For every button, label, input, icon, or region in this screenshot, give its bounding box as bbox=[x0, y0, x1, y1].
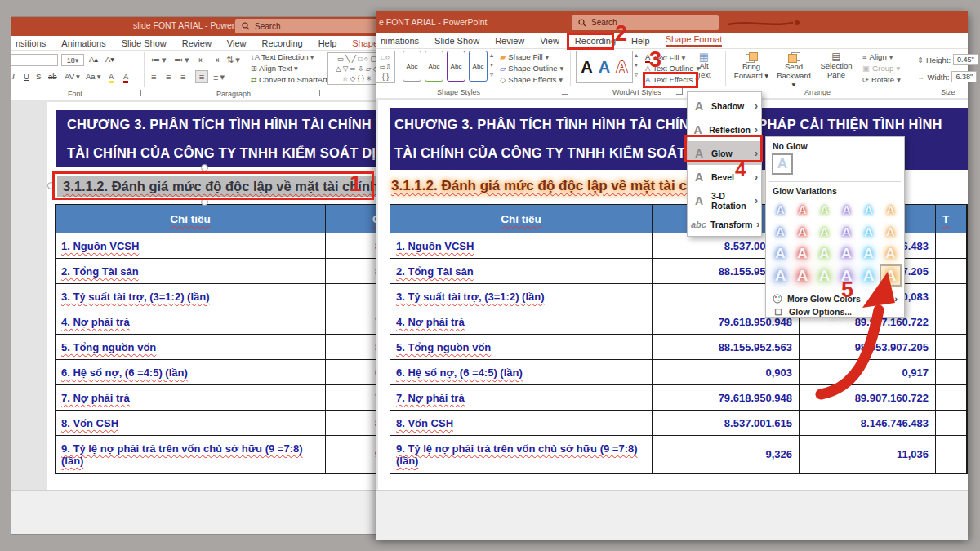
shape-styles-dialog-launcher[interactable] bbox=[562, 88, 568, 95]
right-subtitle-text[interactable]: 3.1.1.2. Đánh giá mức độ độc lập về mặt … bbox=[391, 178, 716, 194]
menu-item-glow[interactable]: AGlow› bbox=[688, 141, 761, 165]
subscript-button[interactable]: ab bbox=[48, 72, 57, 81]
glow-variation-option[interactable]: A bbox=[791, 220, 813, 242]
font-size-combo[interactable]: 18 ▾ bbox=[61, 54, 84, 66]
glow-variation-option[interactable]: A bbox=[835, 198, 858, 220]
glow-variation-option[interactable]: A bbox=[880, 220, 902, 242]
menu-item-bevel[interactable]: ABevel› bbox=[688, 165, 761, 189]
menu-item-shadow[interactable]: AShadow› bbox=[688, 94, 761, 118]
menu-item-3-d-rotation[interactable]: A3-D Rotation› bbox=[688, 189, 761, 212]
menu-item-reflection[interactable]: AReflection› bbox=[688, 118, 761, 141]
glow-variation-option[interactable]: A bbox=[835, 242, 858, 264]
glow-variation-option[interactable]: A bbox=[858, 198, 880, 220]
align-right-button[interactable]: ≡ bbox=[180, 72, 185, 82]
align-center-button[interactable]: ≡ bbox=[166, 72, 171, 82]
shape-style-thumb[interactable]: Abc bbox=[447, 51, 466, 82]
font-dialog-launcher[interactable] bbox=[135, 90, 141, 96]
glow-variation-option[interactable]: A bbox=[769, 198, 791, 220]
wordart-gallery[interactable]: A A A bbox=[576, 51, 633, 83]
change-case-button[interactable]: Aa▾ bbox=[86, 72, 100, 81]
columns-button[interactable]: ≡▾ bbox=[213, 72, 225, 82]
align-left-button[interactable]: ≡ bbox=[151, 72, 156, 82]
line-spacing-button[interactable]: ⇅▾ bbox=[226, 55, 240, 65]
decrease-indent-button[interactable]: ⇤ bbox=[198, 55, 206, 65]
tab-slide-show[interactable]: Slide Show bbox=[434, 36, 479, 46]
align-text-button[interactable]: ⊞Align Text▾ bbox=[251, 64, 298, 73]
align-button[interactable]: ≡Align▾ bbox=[862, 52, 893, 61]
tab-view[interactable]: View bbox=[227, 38, 247, 48]
glow-variation-option[interactable]: A bbox=[858, 220, 880, 242]
wordart-style-blue[interactable]: A bbox=[599, 58, 610, 77]
character-spacing-button[interactable]: AV▾ bbox=[65, 72, 80, 81]
italic-button[interactable]: I bbox=[12, 72, 15, 81]
glow-variation-option[interactable]: A bbox=[880, 198, 902, 220]
height-input[interactable]: 0.45" bbox=[953, 54, 978, 65]
insert-shapes-gallery-sliver[interactable]: □○⇨⇩{ } bbox=[376, 51, 395, 83]
rotate-button[interactable]: ⟳Rotate▾ bbox=[862, 75, 901, 84]
paragraph-dialog-launcher[interactable] bbox=[314, 90, 320, 96]
justify-button[interactable]: ≡ bbox=[195, 70, 208, 83]
wordart-style-black[interactable]: A bbox=[581, 58, 592, 77]
left-subtitle-box[interactable]: 3.1.1.2. Đánh giá mức độ độc lập về mặt … bbox=[52, 171, 374, 200]
shape-fill-button[interactable]: ▰Shape Fill▾ bbox=[500, 52, 549, 61]
width-field[interactable]: ⇔ Width: 6.38" bbox=[917, 71, 977, 82]
tab-recording[interactable]: Recording bbox=[262, 38, 303, 48]
convert-smartart-button[interactable]: ⇄Convert to SmartArt▾ bbox=[251, 75, 333, 84]
selection-handle[interactable] bbox=[47, 182, 55, 189]
glow-variation-option[interactable]: A bbox=[813, 198, 835, 220]
tab-slide-show[interactable]: Slide Show bbox=[122, 38, 167, 48]
glow-variation-option[interactable]: A bbox=[791, 198, 813, 220]
shape-effects-button[interactable]: ◇Shape Effects▾ bbox=[500, 75, 563, 84]
glow-variation-option[interactable]: A bbox=[813, 220, 835, 242]
gallery-scroll-buttons[interactable]: ▴▾▿ bbox=[490, 51, 493, 80]
group-button[interactable]: ▣Group▾ bbox=[862, 64, 900, 73]
right-search-box[interactable]: Search bbox=[572, 15, 719, 30]
glow-variation-option[interactable]: A bbox=[813, 242, 835, 264]
tab-help[interactable]: Help bbox=[631, 36, 650, 46]
shrink-font-button[interactable]: A▾ bbox=[105, 55, 114, 64]
glow-variation-option[interactable]: A bbox=[791, 242, 813, 264]
selection-handle[interactable] bbox=[201, 164, 208, 171]
text-direction-button[interactable]: ↕AText Direction▾ bbox=[251, 52, 314, 61]
shape-style-thumb[interactable]: Abc bbox=[469, 51, 488, 82]
font-name-combo[interactable] bbox=[11, 54, 58, 66]
shape-style-thumb[interactable]: Abc bbox=[403, 51, 421, 82]
tab-recording[interactable]: Recording bbox=[575, 36, 616, 46]
tab-review[interactable]: Review bbox=[182, 38, 212, 48]
text-highlight-button[interactable]: A bbox=[109, 72, 114, 83]
no-glow-option[interactable]: A bbox=[772, 153, 793, 175]
wordart-scroll-buttons[interactable]: ▴▾▿ bbox=[635, 51, 638, 80]
glow-variation-option[interactable]: A bbox=[858, 242, 880, 264]
underline-button[interactable]: U bbox=[24, 72, 29, 81]
increase-indent-button[interactable]: ⇥ bbox=[212, 55, 219, 65]
glow-variation-option[interactable]: A bbox=[769, 220, 791, 242]
glow-variation-option[interactable]: A bbox=[769, 242, 791, 264]
wordart-style-red-outline[interactable]: A bbox=[616, 58, 627, 77]
tab-review[interactable]: Review bbox=[495, 36, 524, 46]
tab-nimations[interactable]: nimations bbox=[381, 36, 419, 46]
strikethrough-button[interactable]: S bbox=[36, 72, 41, 81]
menu-item-transform[interactable]: abcTransform› bbox=[688, 212, 761, 236]
tab-help[interactable]: Help bbox=[318, 38, 337, 48]
grow-font-button[interactable]: A▴ bbox=[89, 55, 98, 64]
numbering-button[interactable]: ≕▾ bbox=[174, 55, 189, 65]
alt-text-button[interactable]: ▦ Alt Text bbox=[690, 52, 718, 79]
glow-variation-option[interactable]: A bbox=[835, 220, 858, 242]
glow-variation-option[interactable]: A bbox=[769, 264, 791, 287]
tab-animations[interactable]: Animations bbox=[61, 38, 105, 48]
send-backward-button[interactable]: Send Backward ▾ bbox=[775, 52, 813, 89]
selection-handle[interactable] bbox=[201, 198, 208, 206]
tab-view[interactable]: View bbox=[540, 36, 559, 46]
left-search-box[interactable]: Search bbox=[235, 19, 379, 33]
wordart-dialog-launcher[interactable] bbox=[676, 88, 683, 95]
tab-shape-format[interactable]: Shape Format bbox=[666, 34, 723, 47]
bring-forward-button[interactable]: Bring Forward ▾ bbox=[733, 52, 769, 80]
shape-outline-button[interactable]: ▱Shape Outline▾ bbox=[500, 64, 564, 73]
height-field[interactable]: ⇕ Height: 0.45" bbox=[917, 54, 978, 65]
glow-variation-option[interactable]: A bbox=[880, 242, 902, 264]
bullets-button[interactable]: ≔▾ bbox=[151, 55, 167, 65]
font-color-button[interactable]: A bbox=[123, 72, 128, 83]
tab-nsitions[interactable]: nsitions bbox=[16, 38, 46, 48]
width-input[interactable]: 6.38" bbox=[951, 71, 977, 82]
selection-pane-button[interactable]: ▤ Selection Pane bbox=[817, 52, 855, 79]
